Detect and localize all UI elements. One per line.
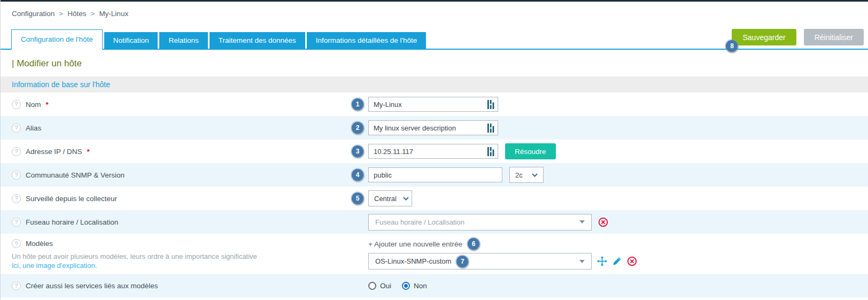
step-badge-7: 7	[456, 256, 468, 267]
form-row-poller: ? Surveillé depuis le collecteur 5 Centr…	[1, 187, 868, 210]
breadcrumb-separator: >	[59, 10, 63, 18]
required-asterisk: *	[87, 148, 90, 156]
timezone-placeholder: Fuseau horaire / Localisation	[375, 218, 464, 226]
template-select[interactable]: OS-Linux-SNMP-custom 7	[368, 253, 592, 270]
timezone-label: Fuseau horaire / Localisation	[26, 218, 118, 226]
form-row-templates: ? Modèles Un hôte peut avoir plusieurs m…	[1, 234, 868, 274]
snmp-community-input[interactable]	[368, 167, 502, 182]
alias-label: Alias	[26, 124, 41, 132]
snmp-version-select[interactable]: 2c	[509, 167, 544, 183]
templates-help-text: Un hôte peut avoir plusieurs modèles, le…	[12, 252, 343, 261]
help-icon[interactable]: ?	[12, 171, 21, 180]
help-icon[interactable]: ?	[12, 239, 21, 248]
timezone-select[interactable]: Fuseau horaire / Localisation	[368, 214, 592, 230]
host-configuration-page: Configuration > Hôtes > My-Linux Configu…	[0, 0, 868, 300]
radio-yes-label: Oui	[380, 282, 391, 290]
save-button[interactable]: Sauvegarder	[732, 29, 796, 45]
required-asterisk: *	[46, 101, 49, 109]
breadcrumb-item-hosts[interactable]: Hôtes	[67, 10, 86, 18]
edit-template-icon[interactable]	[613, 257, 622, 266]
tab-relations[interactable]: Relations	[159, 32, 207, 49]
name-input[interactable]	[368, 97, 498, 112]
step-badge-2: 2	[352, 122, 363, 134]
templates-label: Modèles	[26, 240, 53, 248]
step-badge-6: 6	[468, 238, 479, 250]
section-header: Information de base sur l'hôte	[1, 76, 868, 93]
poller-label: Surveillé depuis le collecteur	[26, 195, 117, 203]
radio-yes[interactable]: Oui	[368, 282, 391, 290]
chevron-down-icon	[532, 173, 538, 177]
macro-wizard-icon[interactable]	[487, 100, 494, 109]
form-row-timezone: ? Fuseau horaire / Localisation Fuseau h…	[1, 210, 868, 234]
radio-yes-circle	[368, 282, 376, 290]
form-row-snmp: ? Communauté SNMP & Version 4 2c	[1, 163, 868, 187]
form-actions: Sauvegarder 8 Réinitialiser	[732, 29, 864, 49]
step-badge-4: 4	[352, 169, 363, 181]
templates-help-link[interactable]: Ici, une image d'explication.	[12, 261, 343, 270]
create-services-label: Créer aussi les services liés aux modèle…	[26, 282, 158, 290]
help-icon[interactable]: ?	[12, 194, 21, 203]
tabs: Configuration de l'hôte Notification Rel…	[11, 29, 732, 49]
delete-template-icon[interactable]	[627, 256, 637, 266]
add-template-entry[interactable]: + Ajouter une nouvelle entrée 6	[368, 237, 868, 251]
form-row-alias: ? Alias 2	[1, 116, 868, 140]
tab-notification[interactable]: Notification	[104, 32, 158, 49]
macro-wizard-icon[interactable]	[487, 147, 494, 156]
snmp-label: Communauté SNMP & Version	[26, 171, 125, 179]
poller-select[interactable]: Central	[368, 190, 412, 206]
create-services-radio-group: Oui Non	[368, 282, 427, 290]
step-badge-3: 3	[352, 145, 363, 157]
template-value: OS-Linux-SNMP-custom	[375, 257, 451, 265]
dropdown-arrow-icon	[579, 220, 585, 224]
add-template-label: + Ajouter une nouvelle entrée	[368, 240, 462, 248]
radio-no-label: Non	[414, 282, 427, 290]
help-icon[interactable]: ?	[12, 100, 21, 109]
form-row-ip-address: ? Adresse IP / DNS * 3 Résoudre	[1, 140, 868, 163]
clear-timezone-icon[interactable]	[598, 217, 608, 227]
ip-address-label: Adresse IP / DNS	[26, 148, 82, 156]
radio-no-circle	[402, 282, 410, 290]
radio-no[interactable]: Non	[402, 282, 427, 290]
breadcrumb: Configuration > Hôtes > My-Linux	[1, 2, 868, 25]
snmp-version-value: 2c	[515, 171, 523, 179]
page-title: | Modifier un hôte	[1, 50, 868, 76]
alias-input[interactable]	[368, 120, 498, 135]
poller-value: Central	[374, 195, 397, 203]
step-badge-5: 5	[352, 193, 363, 204]
form-row-name: ? Nom * 1	[1, 93, 868, 116]
macro-wizard-icon[interactable]	[487, 124, 494, 133]
help-icon[interactable]: ?	[12, 124, 21, 133]
move-template-icon[interactable]	[597, 256, 607, 266]
breadcrumb-separator: >	[90, 10, 95, 18]
tab-data-processing[interactable]: Traitement des données	[210, 32, 305, 49]
resolve-button[interactable]: Résoudre	[505, 143, 556, 159]
breadcrumb-item-configuration[interactable]: Configuration	[12, 10, 55, 18]
tab-bar: Configuration de l'hôte Notification Rel…	[1, 25, 868, 50]
help-icon[interactable]: ?	[12, 147, 21, 156]
form-row-create-services: ? Créer aussi les services liés aux modè…	[1, 274, 868, 297]
ip-address-input[interactable]	[368, 144, 498, 159]
help-icon[interactable]: ?	[12, 218, 21, 227]
tab-host-detailed-information[interactable]: Informations détaillées de l'hôte	[307, 32, 426, 49]
help-icon[interactable]: ?	[12, 281, 21, 290]
dropdown-arrow-icon	[579, 260, 585, 263]
reset-button[interactable]: Réinitialiser	[804, 29, 864, 45]
step-badge-1: 1	[352, 98, 363, 110]
chevron-down-icon	[403, 197, 409, 201]
tab-host-configuration[interactable]: Configuration de l'hôte	[11, 29, 103, 50]
name-label: Nom	[26, 101, 41, 109]
breadcrumb-item-host-name[interactable]: My-Linux	[99, 10, 128, 18]
